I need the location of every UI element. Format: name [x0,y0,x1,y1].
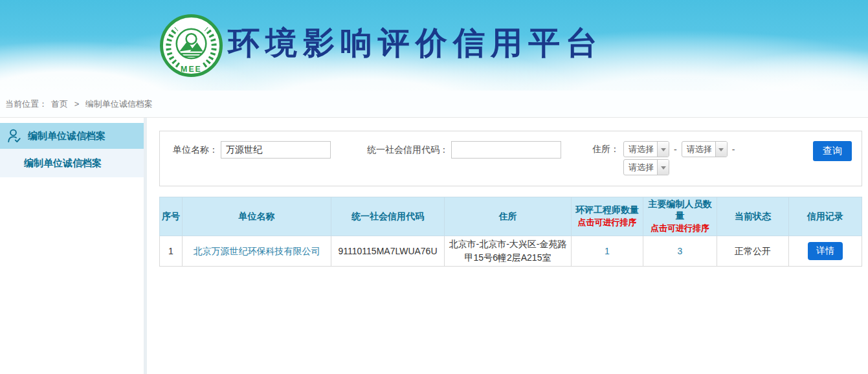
main-area: 编制单位诚信档案 编制单位诚信档案 单位名称： 统一社会信用代码： 住所： 请选… [0,118,868,374]
breadcrumb-current: 编制单位诚信档案 [85,99,153,109]
chevron-down-icon[interactable] [657,160,669,175]
svg-text:MEE: MEE [181,65,202,74]
staff-sort-hint[interactable]: 点击可进行排序 [645,223,715,234]
dash-separator: - [674,144,677,155]
staff-count-link[interactable]: 3 [678,246,683,256]
breadcrumb: 当前位置：首页 > 编制单位诚信档案 [0,91,868,118]
sidebar: 编制单位诚信档案 编制单位诚信档案 [0,118,147,374]
dash-separator: - [732,144,735,155]
mee-logo-icon: MEE [159,14,223,78]
sidebar-item-credit-archive[interactable]: 编制单位诚信档案 [0,149,144,177]
col-header-company-name: 单位名称 [183,197,331,236]
sidebar-section-label: 编制单位诚信档案 [28,130,106,142]
engineer-sort-hint[interactable]: 点击可进行排序 [573,217,641,228]
col-header-staff-count-sortable[interactable]: 主要编制人员数量 点击可进行排序 [643,197,717,236]
chevron-down-icon[interactable] [657,142,669,157]
province-select-value: 请选择 [624,142,657,157]
query-button[interactable]: 查询 [813,141,852,161]
company-name-link[interactable]: 北京万源世纪环保科技有限公司 [194,246,320,256]
district-select-value: 请选择 [624,160,657,175]
table-header-row: 序号 单位名称 统一社会信用代码 住所 环评工程师数量 点击可进行排序 主要编制… [160,197,862,236]
engineer-count-link[interactable]: 1 [605,246,610,256]
col-header-credit-code: 统一社会信用代码 [331,197,445,236]
cell-status: 正常公开 [717,236,789,267]
detail-button[interactable]: 详情 [808,242,843,260]
address-group: 住所： 请选择 - 请选择 - [592,141,739,175]
cell-address: 北京市-北京市-大兴区-金苑路甲15号6幢2层A215室 [445,236,572,267]
cell-seq: 1 [160,236,183,267]
province-select[interactable]: 请选择 [623,141,669,157]
city-select-value: 请选择 [682,142,715,157]
staff-count-title: 主要编制人员数量 [649,199,712,221]
company-name-label: 单位名称： [173,144,218,156]
col-header-status: 当前状态 [717,197,789,236]
col-header-address: 住所 [445,197,572,236]
col-header-seq: 序号 [160,197,183,236]
district-select[interactable]: 请选择 [623,159,669,175]
breadcrumb-separator: > [74,99,80,109]
credit-code-group: 统一社会信用代码： [367,141,561,159]
engineer-count-title: 环评工程师数量 [575,204,639,215]
content-area: 单位名称： 统一社会信用代码： 住所： 请选择 - [147,118,868,374]
site-header: MEE 环境影响评价信用平台 [0,0,868,91]
credit-code-label: 统一社会信用代码： [367,144,449,156]
results-table: 序号 单位名称 统一社会信用代码 住所 环评工程师数量 点击可进行排序 主要编制… [159,197,862,267]
credit-code-input[interactable] [451,141,561,159]
breadcrumb-prefix: 当前位置： [5,99,47,109]
cell-credit-code: 91110115MA7LWUA76U [331,236,445,267]
table-row: 1 北京万源世纪环保科技有限公司 91110115MA7LWUA76U 北京市-… [160,236,862,267]
search-form: 单位名称： 统一社会信用代码： 住所： 请选择 - [159,131,862,186]
city-select[interactable]: 请选择 [682,141,728,157]
address-selects: 请选择 - 请选择 - 请选择 [623,141,739,175]
page-title: 环境影响评价信用平台 [228,22,603,65]
col-header-engineer-count-sortable[interactable]: 环评工程师数量 点击可进行排序 [572,197,643,236]
sidebar-section-credit-archive[interactable]: 编制单位诚信档案 [0,123,144,149]
user-check-icon [6,128,22,144]
company-name-group: 单位名称： [173,141,331,159]
breadcrumb-home-link[interactable]: 首页 [51,99,68,109]
chevron-down-icon[interactable] [715,142,727,157]
company-name-input[interactable] [221,141,331,159]
address-label: 住所： [592,141,619,157]
col-header-credit-record: 信用记录 [789,197,862,236]
